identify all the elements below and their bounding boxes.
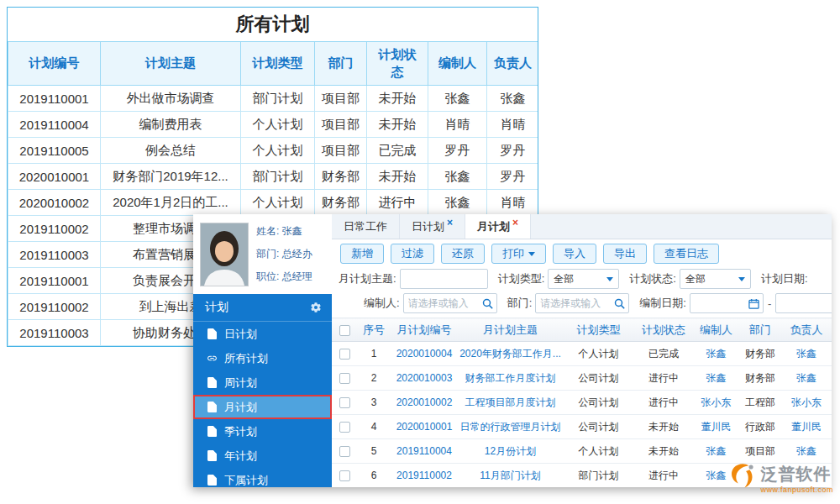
plans-table-cell: 公司计划 — [563, 391, 634, 415]
export-button[interactable]: 导出 — [603, 244, 647, 264]
all-plans-cell: 例会总结 — [101, 138, 241, 164]
plans-table-row[interactable]: 42020010001日常的行政管理月计划公司计划未开始董川民行政部董川民 — [332, 415, 832, 439]
dept-filter-input[interactable] — [535, 293, 629, 313]
compiler-link[interactable]: 张鑫 — [706, 372, 727, 384]
plans-table-cell: 进行中 — [634, 391, 693, 415]
close-icon[interactable]: × — [512, 217, 518, 228]
compiler-link[interactable]: 张鑫 — [706, 470, 727, 481]
sidebar-item-monthly-plan[interactable]: 月计划 — [193, 395, 332, 419]
all-plans-cell: 财务部 — [315, 190, 367, 216]
sidebar: 姓名: 张鑫 部门: 总经办 职位: 总经理 计划 日计划所有计划周计划月计划季… — [193, 214, 332, 487]
owner-link[interactable]: 董川民 — [791, 421, 822, 433]
button-label: 过滤 — [402, 246, 423, 261]
sidebar-menu: 日计划所有计划周计划月计划季计划年计划下属计划 — [193, 322, 332, 487]
subject-filter-input[interactable] — [400, 269, 488, 289]
all-plans-row[interactable]: 2020010001财务部门2019年12...部门计划财务部未开始张鑫罗丹 — [8, 164, 539, 190]
compiler-link[interactable]: 张小东 — [701, 396, 732, 408]
plan-number-link[interactable]: 2019110004 — [396, 445, 452, 457]
owner-link[interactable]: 张小东 — [791, 396, 822, 408]
row-checkbox-cell — [332, 439, 357, 464]
tab-label: 月计划 — [477, 219, 510, 234]
all-plans-cell: 2020010001 — [8, 164, 101, 190]
all-plans-header-row: 计划编号计划主题计划类型部门计划状态编制人负责人 — [8, 42, 539, 86]
row-checkbox[interactable] — [339, 373, 350, 384]
plan-subject-link[interactable]: 工程项目部月度计划 — [465, 396, 556, 408]
all-plans-row[interactable]: 2019110005例会总结个人计划项目部已完成罗丹罗丹 — [8, 138, 539, 164]
plans-table-row[interactable]: 32020010002工程项目部月度计划公司计划进行中张小东工程部张小东 — [332, 391, 832, 415]
row-checkbox[interactable] — [339, 422, 350, 433]
all-plans-row[interactable]: 2019110001外出做市场调查部门计划项目部未开始张鑫张鑫 — [8, 86, 539, 112]
plans-table-row[interactable]: 120200100042020年财务部工作月...个人计划已完成张鑫财务部张鑫 — [332, 342, 832, 366]
plan-number-link[interactable]: 2020010004 — [396, 348, 453, 360]
compiler-link[interactable]: 张鑫 — [706, 445, 727, 457]
date-range-separator: - — [768, 297, 771, 310]
print-button[interactable]: 打印 — [491, 244, 546, 264]
all-plans-cell: 部门计划 — [241, 86, 315, 112]
import-button[interactable]: 导入 — [553, 244, 596, 264]
owner-link[interactable]: 张鑫 — [796, 372, 816, 384]
owner-link[interactable]: 张鑫 — [796, 445, 816, 457]
status-filter-select[interactable]: 全部 — [680, 269, 751, 289]
plan-subject-link[interactable]: 日常的行政管理月计划 — [460, 421, 561, 433]
all-plans-column-header: 编制人 — [428, 42, 487, 86]
plans-table-cell: 项目部 — [739, 439, 781, 464]
plan-subject-link[interactable]: 财务部工作月度计划 — [465, 372, 556, 384]
plan-number-link[interactable]: 2019110002 — [396, 470, 452, 481]
plans-table-row[interactable]: 5201911000412月份计划个人计划未开始张鑫项目部张鑫 — [332, 439, 832, 464]
avatar — [200, 223, 249, 286]
profile-name: 姓名: 张鑫 — [256, 224, 312, 239]
row-checkbox[interactable] — [339, 397, 350, 408]
plans-table-cell: 日常的行政管理月计划 — [458, 415, 563, 439]
all-plans-cell: 2019110001 — [8, 268, 101, 294]
all-plans-cell: 外出做市场调查 — [101, 86, 241, 112]
plan-number-link[interactable]: 2020010001 — [396, 421, 453, 433]
plan-subject-link[interactable]: 11月部门计划 — [480, 470, 540, 481]
plan-number-link[interactable]: 2020010003 — [396, 372, 453, 384]
button-label: 导入 — [564, 246, 585, 261]
plans-table-row[interactable]: 22020010003财务部工作月度计划公司计划进行中张鑫财务部张鑫 — [332, 366, 832, 391]
restore-button[interactable]: 还原 — [441, 244, 485, 264]
sidebar-item-daily-plan[interactable]: 日计划 — [193, 322, 332, 346]
filter-button[interactable]: 过滤 — [391, 244, 434, 264]
sidebar-item-weekly-plan[interactable]: 周计划 — [193, 370, 332, 395]
row-checkbox-cell — [332, 342, 357, 366]
row-checkbox-cell — [332, 464, 357, 488]
sidebar-item-subordinate-plan[interactable]: 下属计划 — [193, 468, 332, 487]
tab-daily-work[interactable]: 日常工作 — [332, 214, 400, 239]
type-filter-select[interactable]: 全部 — [548, 269, 619, 289]
view-log-button[interactable]: 查看日志 — [654, 244, 719, 264]
close-icon[interactable]: × — [447, 217, 453, 228]
select-all-checkbox[interactable] — [339, 325, 350, 336]
owner-link[interactable]: 张鑫 — [796, 348, 816, 360]
row-checkbox-cell — [332, 366, 357, 391]
plan-subject-link[interactable]: 12月份计划 — [485, 445, 536, 457]
row-checkbox[interactable] — [339, 349, 350, 360]
sidebar-item-quarterly-plan[interactable]: 季计划 — [193, 419, 332, 444]
compile-date-start-input[interactable] — [690, 293, 764, 313]
plans-table-cell: 张鑫 — [693, 439, 739, 464]
compile-date-end-input[interactable] — [775, 293, 832, 313]
compiler-filter-input[interactable] — [403, 293, 497, 313]
all-plans-cell: 2019110003 — [8, 320, 101, 346]
gear-icon[interactable] — [310, 302, 322, 313]
sidebar-item-yearly-plan[interactable]: 年计划 — [193, 444, 332, 468]
plan-number-link[interactable]: 2020010002 — [396, 396, 453, 408]
tab-daily-plan[interactable]: 日计划× — [400, 214, 465, 239]
tab-monthly-plan[interactable]: 月计划× — [465, 214, 531, 239]
filter-row-1: 月计划主题: 计划类型: 全部 计划状态: 全部 计划日期: — [339, 269, 825, 289]
add-button[interactable]: 新增 — [340, 244, 384, 264]
plans-table-cell: 2019110004 — [391, 439, 458, 464]
row-checkbox[interactable] — [339, 470, 350, 481]
row-checkbox[interactable] — [339, 446, 350, 457]
all-plans-cell: 2019110001 — [8, 86, 101, 112]
all-plans-row[interactable]: 20200100022020年1月2日的工...个人计划财务部进行中张鑫肖晴 — [8, 190, 539, 216]
compiler-link[interactable]: 张鑫 — [706, 348, 727, 360]
all-plans-row[interactable]: 2019110004编制费用表个人计划项目部未开始肖晴肖晴 — [8, 112, 539, 138]
sidebar-section-plan[interactable]: 计划 — [193, 294, 332, 322]
plans-table-cell: 张小东 — [693, 391, 739, 415]
row-checkbox-cell — [332, 415, 357, 439]
compiler-link[interactable]: 董川民 — [701, 421, 732, 433]
button-label: 还原 — [452, 246, 474, 261]
plan-subject-link[interactable]: 2020年财务部工作月... — [459, 348, 561, 360]
sidebar-item-all-plans[interactable]: 所有计划 — [193, 346, 332, 370]
